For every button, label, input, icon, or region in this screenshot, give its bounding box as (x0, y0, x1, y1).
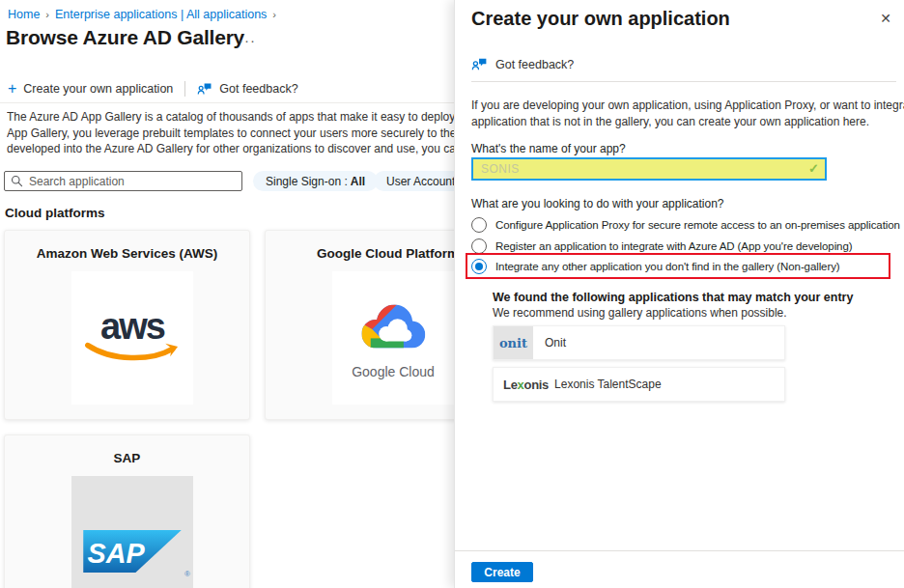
valid-check-icon: ✓ (808, 161, 819, 176)
match-item-lexonis[interactable]: Lexonis Lexonis TalentScape (493, 367, 785, 402)
azure-portal-page: Home › Enterprise applications | All app… (0, 0, 904, 588)
card-amazon-web-services[interactable]: Amazon Web Services (AWS) aws (4, 230, 250, 420)
match-item-name: Lexonis TalentScape (554, 378, 662, 391)
app-name-input[interactable] (471, 157, 827, 181)
intro-line: application that is not in the gallery, … (471, 114, 904, 130)
google-cloud-caption: Google Cloud (352, 364, 435, 379)
create-application-panel: Create your own application ✕ Got feedba… (454, 0, 904, 588)
google-cloud-logo: Google Cloud (332, 271, 454, 405)
radio-option-label: Register an application to integrate wit… (495, 240, 852, 252)
more-options-icon[interactable]: ··· (239, 32, 256, 48)
lexonis-logo-part: onis (524, 378, 550, 392)
lexonis-logo-x: x (518, 378, 524, 392)
match-item-onit[interactable]: onit Onit (493, 325, 785, 360)
breadcrumb-home-link[interactable]: Home (8, 8, 40, 21)
panel-title: Create your own application (471, 8, 730, 30)
panel-got-feedback-button[interactable]: Got feedback? (471, 56, 574, 72)
card-title-aws: Amazon Web Services (AWS) (5, 246, 249, 261)
radio-circle-selected-icon[interactable] (471, 259, 487, 274)
create-your-own-application-button[interactable]: + Create your own application (8, 82, 173, 96)
application-search-box[interactable] (4, 171, 242, 191)
radio-circle-icon[interactable] (471, 238, 487, 254)
lexonis-logo: Lexonis (503, 378, 549, 392)
onit-logo: onit (494, 326, 533, 359)
got-feedback-button[interactable]: Got feedback? (197, 81, 297, 97)
filter-single-sign-on[interactable]: Single Sign-on : All (253, 171, 378, 191)
radio-option-non-gallery[interactable]: Integrate any other application you don'… (471, 257, 840, 276)
panel-divider (471, 81, 896, 82)
toolbar-divider (184, 81, 185, 97)
feedback-icon (197, 81, 212, 97)
intro-line: If you are developing your own applicati… (471, 98, 904, 114)
toolbar: + Create your own application Got feedba… (8, 79, 298, 98)
create-button[interactable]: Create (471, 562, 533, 582)
aws-logo: aws (71, 271, 193, 405)
aws-logo-text: aws (100, 312, 164, 341)
chevron-right-icon: › (45, 9, 49, 20)
sap-logo-icon: SAP (82, 530, 183, 573)
radio-option-app-proxy[interactable]: Configure Application Proxy for secure r… (471, 215, 900, 235)
sap-logo-text: SAP (87, 538, 145, 569)
match-item-name: Onit (545, 336, 566, 350)
close-icon[interactable]: ✕ (880, 11, 891, 26)
match-results-subtitle: We recommend using gallery applications … (493, 306, 787, 320)
purpose-label: What are you looking to do with your app… (471, 197, 724, 210)
panel-got-feedback-label: Got feedback? (495, 58, 574, 71)
radio-circle-icon[interactable] (471, 217, 487, 233)
breadcrumb: Home › Enterprise applications | All app… (8, 8, 276, 21)
filter-sso-label: Single Sign-on : (266, 175, 348, 188)
radio-option-label: Configure Application Proxy for secure r… (495, 219, 900, 231)
card-title-sap: SAP (5, 451, 249, 465)
annotation-highlight-box: Integrate any other application you don'… (466, 253, 890, 279)
sap-registered-mark: ® (184, 570, 190, 578)
plus-icon: + (8, 82, 16, 96)
search-icon (11, 175, 23, 187)
feedback-icon (471, 56, 488, 72)
aws-swoosh-icon (82, 341, 183, 364)
lexonis-logo-part: Le (503, 378, 518, 392)
card-sap[interactable]: SAP SAP ® (4, 434, 250, 588)
page-title: Browse Azure AD Gallery (6, 26, 244, 49)
search-input[interactable] (29, 175, 236, 188)
match-results-title: We found the following applications that… (493, 291, 853, 304)
sap-logo: SAP ® (71, 476, 193, 588)
radio-option-label: Integrate any other application you don'… (495, 261, 840, 272)
create-your-own-application-label: Create your own application (23, 82, 173, 96)
app-name-field-wrap: ✓ (471, 157, 827, 181)
app-name-label: What's the name of your app? (471, 142, 626, 155)
filter-sso-value: All (351, 175, 365, 188)
footer-divider (455, 550, 904, 551)
got-feedback-label: Got feedback? (219, 82, 297, 96)
cloud-platforms-heading: Cloud platforms (5, 206, 105, 220)
panel-intro-text: If you are developing your own applicati… (471, 98, 904, 130)
chevron-right-icon: › (272, 9, 276, 20)
breadcrumb-enterprise-apps-link[interactable]: Enterprise applications | All applicatio… (55, 8, 267, 21)
google-cloud-icon (355, 296, 431, 356)
